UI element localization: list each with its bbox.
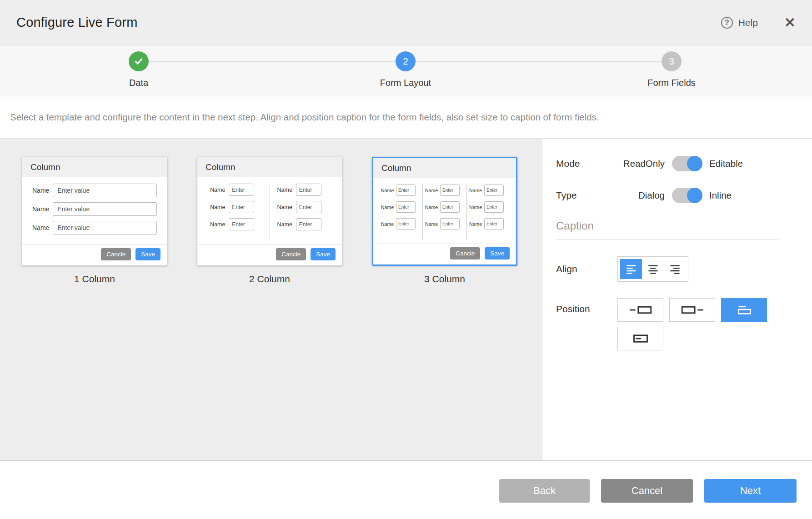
field-caption-label: Name — [210, 221, 225, 228]
template-option: ColumnNameEnterNameEnterNameEnterNameEnt… — [372, 157, 517, 284]
mode-readonly-label: ReadOnly — [617, 158, 665, 169]
template-card-title: Column — [373, 158, 516, 178]
template-card-column: NameEnterNameEnterNameEnter — [466, 185, 511, 240]
field-input-preview: Enter — [296, 184, 321, 196]
field-input-preview: Enter — [396, 201, 416, 213]
step-form-layout-indicator[interactable]: 2 — [396, 51, 416, 71]
template-selection-area: ColumnNameEnter valueNameEnter valueName… — [0, 139, 542, 460]
close-icon[interactable]: ✕ — [784, 16, 796, 30]
caption-section-divider — [556, 240, 779, 240]
type-toggle-thumb — [687, 188, 702, 203]
mode-label: Mode — [556, 158, 617, 169]
template-card-footer: CancleSave — [197, 245, 342, 265]
help-label: Help — [738, 17, 758, 28]
align-left-button[interactable] — [620, 259, 642, 279]
template-card-column: NameEnterNameEnterNameEnter — [270, 184, 337, 241]
align-button-group — [617, 256, 688, 282]
field-caption-label: Name — [381, 221, 394, 227]
position-row: Position — [556, 298, 812, 350]
template-field-row: NameEnter — [210, 201, 262, 213]
template-field-row: NameEnter value — [32, 221, 157, 235]
field-input-preview: Enter — [440, 185, 460, 196]
layout-settings-panel: Mode ReadOnly Editable Type Dialog Inlin… — [542, 139, 812, 460]
template-card-body: NameEnterNameEnterNameEnterNameEnterName… — [197, 177, 342, 245]
field-caption-label: Name — [381, 188, 394, 193]
template-card-column: NameEnterNameEnterNameEnter — [379, 185, 422, 240]
position-top-button[interactable] — [721, 298, 767, 322]
position-right-button[interactable] — [669, 298, 715, 322]
align-right-button[interactable] — [664, 259, 686, 279]
next-button[interactable]: Next — [704, 479, 797, 503]
step-form-layout[interactable]: 2 Form Layout — [360, 51, 451, 88]
help-button[interactable]: ? Help — [721, 17, 758, 29]
template-field-row: NameEnter — [425, 218, 464, 230]
template-card-title: Column — [197, 157, 342, 177]
field-input-preview: Enter — [296, 218, 321, 230]
field-caption-label: Name — [381, 205, 394, 210]
template-card-2-column[interactable]: ColumnNameEnterNameEnterNameEnterNameEnt… — [197, 157, 342, 266]
template-field-row: NameEnter — [469, 185, 508, 196]
preview-cancel-button: Cancle — [276, 248, 306, 260]
preview-cancel-button: Cancle — [450, 247, 480, 260]
caption-section-heading: Caption — [556, 220, 812, 232]
template-card-1-column[interactable]: ColumnNameEnter valueNameEnter valueName… — [22, 157, 167, 266]
step-data-label: Data — [93, 78, 184, 88]
field-input-preview: Enter — [229, 218, 254, 230]
step-description: Select a template and configure the cont… — [0, 96, 812, 139]
position-inside-button[interactable] — [617, 327, 663, 350]
type-dialog-label: Dialog — [617, 190, 665, 201]
back-button[interactable]: Back — [499, 479, 590, 503]
template-card-body: NameEnter valueNameEnter valueNameEnter … — [22, 177, 167, 245]
field-input-preview: Enter — [229, 184, 254, 196]
step-form-fields[interactable]: 3 Form Fields — [626, 51, 717, 88]
field-caption-label: Name — [32, 224, 49, 231]
template-field-row: NameEnter — [210, 218, 262, 230]
template-field-row: NameEnter — [381, 201, 420, 213]
field-input-preview: Enter — [229, 201, 254, 213]
mode-toggle[interactable] — [672, 156, 702, 171]
template-field-row: NameEnter — [425, 185, 464, 196]
template-card-column: NameEnterNameEnterNameEnter — [203, 184, 270, 241]
dialog-footer: Back Cancel Next — [0, 460, 812, 519]
field-caption-label: Name — [32, 205, 49, 213]
step-data[interactable]: Data — [93, 51, 184, 88]
field-caption-label: Name — [425, 205, 438, 210]
template-field-row: NameEnter — [210, 184, 262, 196]
template-card-column: NameEnterNameEnterNameEnter — [422, 185, 466, 240]
field-caption-label: Name — [469, 205, 482, 210]
type-inline-label: Inline — [709, 190, 732, 201]
field-input-preview: Enter — [396, 185, 416, 196]
field-input-preview: Enter — [396, 218, 416, 230]
wizard-stepper: Data 2 Form Layout 3 Form Fields — [0, 45, 812, 96]
position-left-button[interactable] — [617, 298, 663, 322]
template-option: ColumnNameEnterNameEnterNameEnterNameEnt… — [197, 157, 342, 284]
mode-editable-label: Editable — [709, 158, 743, 169]
field-caption-label: Name — [277, 187, 292, 193]
cancel-button[interactable]: Cancel — [601, 479, 693, 503]
field-input-preview: Enter — [484, 201, 504, 213]
field-input-preview: Enter — [484, 185, 504, 196]
preview-save-button: Save — [135, 248, 160, 260]
position-label: Position — [556, 304, 617, 314]
align-center-button[interactable] — [642, 259, 664, 279]
field-input-preview: Enter — [440, 201, 460, 213]
template-card-3-column[interactable]: ColumnNameEnterNameEnterNameEnterNameEnt… — [372, 157, 517, 266]
field-input-preview: Enter — [484, 218, 504, 230]
field-caption-label: Name — [32, 187, 49, 194]
template-field-row: NameEnter — [381, 218, 420, 230]
template-field-row: NameEnter — [381, 185, 420, 196]
field-caption-label: Name — [210, 187, 225, 193]
field-caption-label: Name — [425, 188, 438, 193]
mode-row: Mode ReadOnly Editable — [556, 156, 812, 171]
template-card-title: Column — [22, 157, 167, 177]
field-caption-label: Name — [277, 204, 292, 210]
step-data-check-icon[interactable] — [129, 51, 149, 71]
type-toggle[interactable] — [672, 188, 702, 203]
help-icon: ? — [721, 17, 733, 29]
field-input-preview: Enter — [440, 218, 460, 230]
mode-toggle-thumb — [687, 156, 702, 171]
template-field-row: NameEnter — [469, 201, 508, 213]
type-row: Type Dialog Inline — [556, 188, 812, 203]
step-form-fields-indicator[interactable]: 3 — [662, 51, 682, 71]
field-caption-label: Name — [469, 221, 482, 227]
